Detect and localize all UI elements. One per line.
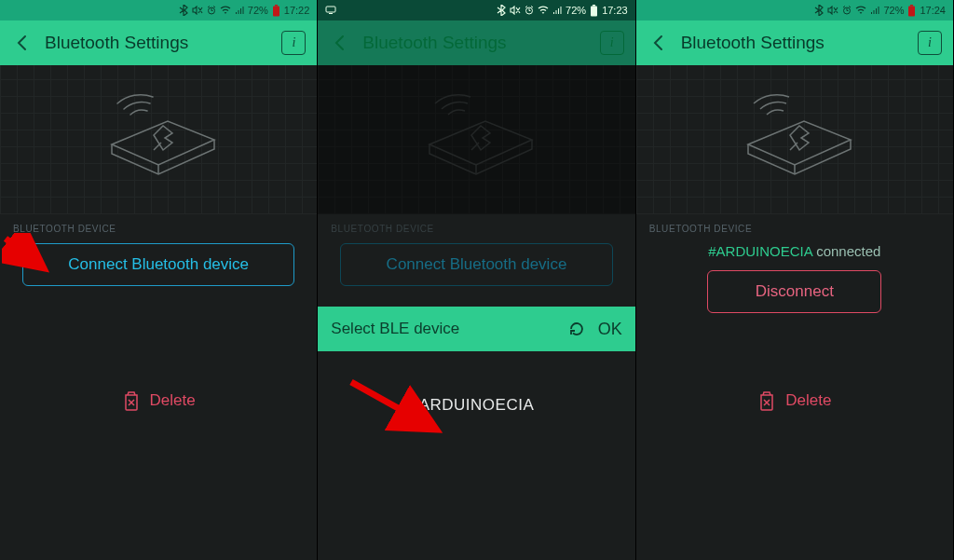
connect-bluetooth-button[interactable]: Connect Bluetooth device (340, 243, 612, 286)
alarm-icon (842, 6, 852, 15)
svg-rect-9 (910, 5, 913, 7)
section-label: BLUETOOTH DEVICE (318, 214, 634, 239)
svg-rect-3 (326, 7, 335, 12)
select-device-label: Select BLE device (331, 320, 554, 338)
info-button[interactable]: i (918, 31, 942, 55)
app-header: Bluetooth Settings i (318, 20, 634, 65)
bluetooth-illustration (636, 65, 953, 214)
battery-icon (907, 5, 916, 17)
screen-connect: 72% 17:22 Bluetooth Settings i BLUETOOTH… (0, 0, 318, 560)
clock: 17:24 (920, 5, 946, 16)
info-button[interactable]: i (600, 31, 624, 55)
bluetooth-icon (179, 5, 188, 16)
battery-percent: 72% (883, 5, 904, 16)
connect-bluetooth-button[interactable]: Connect Bluetooth device (22, 243, 294, 286)
clock: 17:22 (284, 5, 310, 16)
svg-rect-1 (275, 5, 278, 7)
bluetooth-icon (497, 5, 506, 16)
signal-icon (870, 6, 879, 15)
app-header: Bluetooth Settings i (0, 20, 317, 65)
mute-icon (192, 6, 203, 15)
info-button[interactable]: i (281, 31, 306, 55)
battery-percent: 72% (248, 5, 268, 16)
svg-rect-6 (593, 5, 595, 7)
alarm-icon (207, 6, 216, 15)
wifi-icon (220, 6, 231, 15)
page-title: Bluetooth Settings (681, 33, 905, 53)
wifi-icon (538, 6, 549, 15)
signal-icon (235, 6, 244, 15)
delete-label: Delete (150, 391, 196, 410)
status-bar: 72% 17:24 (636, 0, 953, 20)
page-title: Bluetooth Settings (45, 33, 268, 53)
connected-status: #ARDUINOECIA connected (659, 243, 931, 259)
device-item[interactable]: ARDUINOECIA (329, 396, 623, 415)
bluetooth-illustration (318, 65, 634, 214)
ok-button[interactable]: OK (598, 320, 622, 339)
connected-device-tag: #ARDUINOECIA (708, 243, 812, 259)
select-device-bar: Select BLE device OK (318, 307, 634, 351)
back-button[interactable] (329, 33, 349, 53)
svg-rect-10 (908, 6, 915, 16)
section-label: BLUETOOTH DEVICE (636, 214, 953, 239)
connected-suffix: connected (812, 243, 880, 259)
alarm-icon (525, 6, 534, 15)
bluetooth-icon (814, 5, 824, 16)
mute-icon (827, 6, 838, 15)
screen-connected: 72% 17:24 Bluetooth Settings i BLUETOOTH… (636, 0, 954, 560)
status-bar: 72% 17:23 (318, 0, 634, 20)
device-list: ARDUINOECIA (318, 351, 634, 459)
battery-icon (272, 5, 280, 17)
svg-rect-4 (329, 13, 333, 14)
delete-label: Delete (785, 391, 831, 410)
signal-icon (552, 6, 562, 15)
cast-icon (325, 6, 336, 15)
section-label: BLUETOOTH DEVICE (0, 214, 317, 239)
page-title: Bluetooth Settings (362, 33, 586, 53)
delete-button[interactable]: Delete (0, 389, 317, 412)
battery-icon (590, 5, 598, 17)
delete-button[interactable]: Delete (636, 389, 953, 412)
svg-rect-2 (273, 6, 279, 16)
wifi-icon (855, 6, 866, 15)
bluetooth-illustration (0, 65, 317, 214)
clock: 17:23 (602, 5, 628, 16)
status-bar: 72% 17:22 (0, 0, 317, 20)
disconnect-button[interactable]: Disconnect (707, 270, 881, 313)
refresh-button[interactable] (566, 319, 587, 339)
battery-percent: 72% (566, 5, 586, 16)
screen-select-device: 72% 17:23 Bluetooth Settings i BLUETOOTH… (318, 0, 635, 560)
back-button[interactable] (647, 33, 668, 53)
back-button[interactable] (11, 33, 32, 53)
svg-rect-7 (591, 6, 597, 16)
mute-icon (510, 6, 521, 15)
app-header: Bluetooth Settings i (636, 20, 953, 65)
